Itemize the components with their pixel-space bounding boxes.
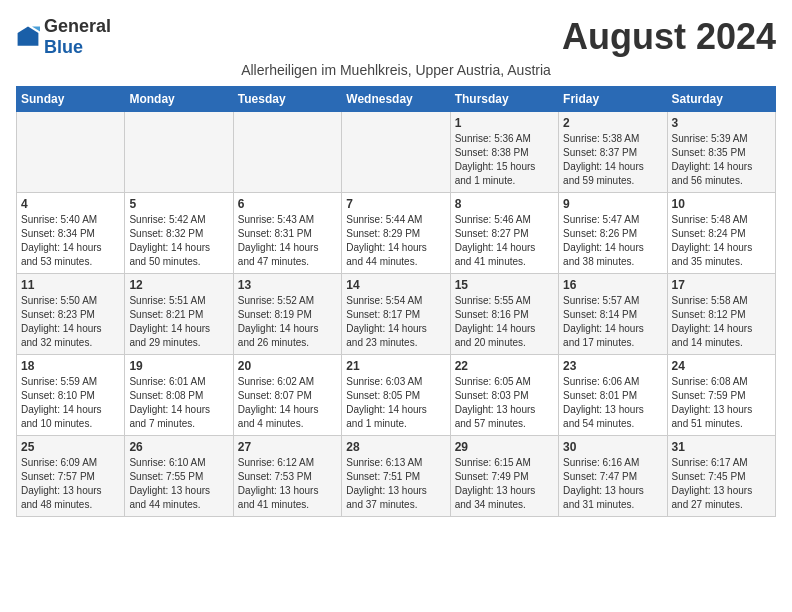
- day-number: 24: [672, 359, 771, 373]
- day-header-monday: Monday: [125, 87, 233, 112]
- day-header-sunday: Sunday: [17, 87, 125, 112]
- day-info: Sunrise: 6:08 AM Sunset: 7:59 PM Dayligh…: [672, 375, 771, 431]
- day-number: 25: [21, 440, 120, 454]
- day-number: 21: [346, 359, 445, 373]
- week-row-5: 25Sunrise: 6:09 AM Sunset: 7:57 PM Dayli…: [17, 436, 776, 517]
- day-cell: 13Sunrise: 5:52 AM Sunset: 8:19 PM Dayli…: [233, 274, 341, 355]
- logo-icon: [16, 25, 40, 49]
- day-info: Sunrise: 5:47 AM Sunset: 8:26 PM Dayligh…: [563, 213, 662, 269]
- day-info: Sunrise: 6:12 AM Sunset: 7:53 PM Dayligh…: [238, 456, 337, 512]
- day-number: 1: [455, 116, 554, 130]
- day-info: Sunrise: 5:58 AM Sunset: 8:12 PM Dayligh…: [672, 294, 771, 350]
- day-number: 28: [346, 440, 445, 454]
- day-cell: 10Sunrise: 5:48 AM Sunset: 8:24 PM Dayli…: [667, 193, 775, 274]
- day-cell: 6Sunrise: 5:43 AM Sunset: 8:31 PM Daylig…: [233, 193, 341, 274]
- day-number: 11: [21, 278, 120, 292]
- week-row-2: 4Sunrise: 5:40 AM Sunset: 8:34 PM Daylig…: [17, 193, 776, 274]
- day-cell: 1Sunrise: 5:36 AM Sunset: 8:38 PM Daylig…: [450, 112, 558, 193]
- day-cell: 8Sunrise: 5:46 AM Sunset: 8:27 PM Daylig…: [450, 193, 558, 274]
- day-number: 4: [21, 197, 120, 211]
- week-row-4: 18Sunrise: 5:59 AM Sunset: 8:10 PM Dayli…: [17, 355, 776, 436]
- day-info: Sunrise: 6:17 AM Sunset: 7:45 PM Dayligh…: [672, 456, 771, 512]
- day-cell: 15Sunrise: 5:55 AM Sunset: 8:16 PM Dayli…: [450, 274, 558, 355]
- day-cell: 16Sunrise: 5:57 AM Sunset: 8:14 PM Dayli…: [559, 274, 667, 355]
- day-info: Sunrise: 6:02 AM Sunset: 8:07 PM Dayligh…: [238, 375, 337, 431]
- day-cell: 12Sunrise: 5:51 AM Sunset: 8:21 PM Dayli…: [125, 274, 233, 355]
- day-info: Sunrise: 6:05 AM Sunset: 8:03 PM Dayligh…: [455, 375, 554, 431]
- month-title: August 2024: [562, 16, 776, 58]
- day-info: Sunrise: 6:09 AM Sunset: 7:57 PM Dayligh…: [21, 456, 120, 512]
- day-number: 8: [455, 197, 554, 211]
- day-info: Sunrise: 5:38 AM Sunset: 8:37 PM Dayligh…: [563, 132, 662, 188]
- day-number: 6: [238, 197, 337, 211]
- logo: General Blue: [16, 16, 111, 58]
- day-number: 7: [346, 197, 445, 211]
- logo-general: General: [44, 16, 111, 36]
- day-info: Sunrise: 5:54 AM Sunset: 8:17 PM Dayligh…: [346, 294, 445, 350]
- day-info: Sunrise: 5:36 AM Sunset: 8:38 PM Dayligh…: [455, 132, 554, 188]
- day-info: Sunrise: 6:13 AM Sunset: 7:51 PM Dayligh…: [346, 456, 445, 512]
- day-header-friday: Friday: [559, 87, 667, 112]
- week-row-3: 11Sunrise: 5:50 AM Sunset: 8:23 PM Dayli…: [17, 274, 776, 355]
- day-cell: 26Sunrise: 6:10 AM Sunset: 7:55 PM Dayli…: [125, 436, 233, 517]
- day-cell: 24Sunrise: 6:08 AM Sunset: 7:59 PM Dayli…: [667, 355, 775, 436]
- day-header-tuesday: Tuesday: [233, 87, 341, 112]
- day-cell: 14Sunrise: 5:54 AM Sunset: 8:17 PM Dayli…: [342, 274, 450, 355]
- day-info: Sunrise: 6:01 AM Sunset: 8:08 PM Dayligh…: [129, 375, 228, 431]
- day-cell: 3Sunrise: 5:39 AM Sunset: 8:35 PM Daylig…: [667, 112, 775, 193]
- day-cell: 23Sunrise: 6:06 AM Sunset: 8:01 PM Dayli…: [559, 355, 667, 436]
- day-number: 30: [563, 440, 662, 454]
- day-cell: 20Sunrise: 6:02 AM Sunset: 8:07 PM Dayli…: [233, 355, 341, 436]
- day-info: Sunrise: 5:43 AM Sunset: 8:31 PM Dayligh…: [238, 213, 337, 269]
- day-info: Sunrise: 5:48 AM Sunset: 8:24 PM Dayligh…: [672, 213, 771, 269]
- day-number: 16: [563, 278, 662, 292]
- day-number: 22: [455, 359, 554, 373]
- logo-blue: Blue: [44, 37, 83, 57]
- day-info: Sunrise: 6:03 AM Sunset: 8:05 PM Dayligh…: [346, 375, 445, 431]
- day-number: 14: [346, 278, 445, 292]
- day-cell: [125, 112, 233, 193]
- day-cell: 5Sunrise: 5:42 AM Sunset: 8:32 PM Daylig…: [125, 193, 233, 274]
- day-number: 19: [129, 359, 228, 373]
- day-info: Sunrise: 6:10 AM Sunset: 7:55 PM Dayligh…: [129, 456, 228, 512]
- subtitle: Allerheiligen im Muehlkreis, Upper Austr…: [16, 62, 776, 78]
- svg-marker-0: [18, 27, 39, 46]
- day-number: 31: [672, 440, 771, 454]
- day-cell: [233, 112, 341, 193]
- calendar-table: SundayMondayTuesdayWednesdayThursdayFrid…: [16, 86, 776, 517]
- day-info: Sunrise: 6:06 AM Sunset: 8:01 PM Dayligh…: [563, 375, 662, 431]
- day-cell: 25Sunrise: 6:09 AM Sunset: 7:57 PM Dayli…: [17, 436, 125, 517]
- day-cell: 31Sunrise: 6:17 AM Sunset: 7:45 PM Dayli…: [667, 436, 775, 517]
- day-info: Sunrise: 5:42 AM Sunset: 8:32 PM Dayligh…: [129, 213, 228, 269]
- day-info: Sunrise: 5:46 AM Sunset: 8:27 PM Dayligh…: [455, 213, 554, 269]
- day-cell: 22Sunrise: 6:05 AM Sunset: 8:03 PM Dayli…: [450, 355, 558, 436]
- day-info: Sunrise: 5:57 AM Sunset: 8:14 PM Dayligh…: [563, 294, 662, 350]
- day-info: Sunrise: 5:39 AM Sunset: 8:35 PM Dayligh…: [672, 132, 771, 188]
- day-number: 13: [238, 278, 337, 292]
- day-cell: [17, 112, 125, 193]
- day-info: Sunrise: 6:16 AM Sunset: 7:47 PM Dayligh…: [563, 456, 662, 512]
- day-info: Sunrise: 5:52 AM Sunset: 8:19 PM Dayligh…: [238, 294, 337, 350]
- day-info: Sunrise: 5:55 AM Sunset: 8:16 PM Dayligh…: [455, 294, 554, 350]
- day-cell: 9Sunrise: 5:47 AM Sunset: 8:26 PM Daylig…: [559, 193, 667, 274]
- day-info: Sunrise: 5:59 AM Sunset: 8:10 PM Dayligh…: [21, 375, 120, 431]
- day-header-wednesday: Wednesday: [342, 87, 450, 112]
- day-number: 29: [455, 440, 554, 454]
- day-number: 23: [563, 359, 662, 373]
- day-header-thursday: Thursday: [450, 87, 558, 112]
- day-cell: 2Sunrise: 5:38 AM Sunset: 8:37 PM Daylig…: [559, 112, 667, 193]
- day-number: 15: [455, 278, 554, 292]
- day-cell: 4Sunrise: 5:40 AM Sunset: 8:34 PM Daylig…: [17, 193, 125, 274]
- day-number: 10: [672, 197, 771, 211]
- day-cell: 18Sunrise: 5:59 AM Sunset: 8:10 PM Dayli…: [17, 355, 125, 436]
- header: General Blue August 2024: [16, 16, 776, 58]
- header-row: SundayMondayTuesdayWednesdayThursdayFrid…: [17, 87, 776, 112]
- day-info: Sunrise: 6:15 AM Sunset: 7:49 PM Dayligh…: [455, 456, 554, 512]
- day-number: 12: [129, 278, 228, 292]
- day-number: 26: [129, 440, 228, 454]
- day-number: 17: [672, 278, 771, 292]
- logo-text: General Blue: [44, 16, 111, 58]
- day-cell: 11Sunrise: 5:50 AM Sunset: 8:23 PM Dayli…: [17, 274, 125, 355]
- day-cell: 19Sunrise: 6:01 AM Sunset: 8:08 PM Dayli…: [125, 355, 233, 436]
- week-row-1: 1Sunrise: 5:36 AM Sunset: 8:38 PM Daylig…: [17, 112, 776, 193]
